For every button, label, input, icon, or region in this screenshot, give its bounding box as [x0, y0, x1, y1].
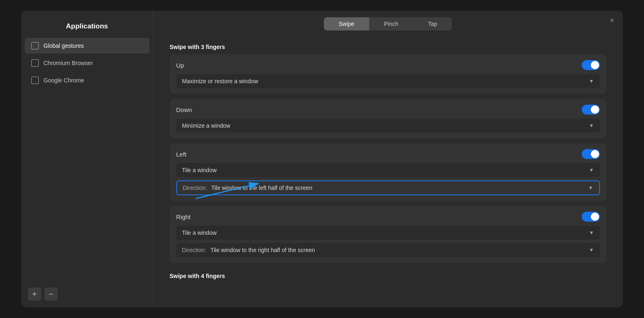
- chevron-down-icon: ▼: [589, 78, 594, 84]
- chevron-down-icon: ▼: [589, 167, 594, 173]
- dropdown-left-value: Tile a window: [182, 167, 217, 173]
- sidebar-item-google-chrome[interactable]: Google Chrome: [25, 72, 150, 88]
- toggle-down[interactable]: [582, 105, 600, 115]
- gesture-card-right: Right Tile a window ▼ Direction: Tile wi…: [170, 206, 607, 263]
- add-application-button[interactable]: +: [28, 288, 41, 301]
- tab-tap[interactable]: Tap: [413, 17, 452, 30]
- gesture-card-left: Left Tile a window ▼ Direction: Tile win…: [170, 143, 607, 201]
- sidebar-item-label: Chromium Browser: [44, 60, 93, 66]
- sidebar-header: Applications: [21, 11, 153, 37]
- direction-row-right[interactable]: Direction: Tile window to the right half…: [176, 243, 600, 257]
- sidebar-item-global-gestures[interactable]: Global gestures: [25, 38, 150, 54]
- gesture-row-right: Right: [176, 212, 600, 222]
- gesture-label-down: Down: [176, 106, 192, 113]
- dropdown-down-action[interactable]: Minimize a window ▼: [176, 119, 600, 133]
- direction-row-left[interactable]: Direction: Tile window to the left half …: [176, 180, 600, 195]
- direction-label-right: Direction:: [182, 247, 206, 253]
- tab-pinch[interactable]: Pinch: [369, 17, 413, 30]
- direction-value-right: Tile window to the right half of the scr…: [211, 247, 315, 253]
- chevron-down-icon: ▼: [589, 123, 594, 129]
- gesture-row-down: Down: [176, 105, 600, 115]
- gesture-label-left: Left: [176, 151, 187, 158]
- sidebar-item-label: Global gestures: [44, 42, 84, 49]
- remove-application-button[interactable]: −: [44, 288, 58, 301]
- chevron-down-icon: ▼: [588, 185, 593, 191]
- close-button[interactable]: ×: [607, 16, 617, 26]
- sidebar-item-chromium-browser[interactable]: Chromium Browser: [25, 55, 150, 71]
- dropdown-right-action[interactable]: Tile a window ▼: [176, 226, 600, 240]
- chevron-down-icon: ▼: [589, 247, 594, 253]
- swipe3-section-title: Swipe with 3 fingers: [170, 39, 607, 54]
- tab-swipe[interactable]: Swipe: [324, 17, 369, 30]
- dropdown-up-action[interactable]: Maximize or restore a window ▼: [176, 74, 600, 88]
- gesture-label-up: Up: [176, 62, 184, 69]
- tabs-bar: Swipe Pinch Tap: [153, 11, 623, 35]
- direction-select-right[interactable]: Tile window to the right half of the scr…: [211, 247, 594, 253]
- main-window: Applications Global gestures Chromium Br…: [21, 11, 623, 307]
- main-content: × Swipe Pinch Tap Swipe with 3 fingers: [153, 11, 623, 307]
- gesture-row-left: Left: [176, 149, 600, 159]
- gesture-row-up: Up: [176, 60, 600, 70]
- content-area[interactable]: Swipe with 3 fingers Up Maximize or rest…: [153, 35, 623, 307]
- chromium-browser-icon: [31, 59, 39, 67]
- dropdown-right-value: Tile a window: [182, 229, 217, 236]
- sidebar: Applications Global gestures Chromium Br…: [21, 11, 153, 307]
- sidebar-footer: + −: [21, 281, 153, 307]
- toggle-left[interactable]: [582, 149, 600, 159]
- dropdown-left-action[interactable]: Tile a window ▼: [176, 163, 600, 177]
- swipe4-section-title: Swipe with 4 fingers: [170, 268, 607, 283]
- google-chrome-icon: [31, 77, 39, 84]
- direction-value-left: Tile window to the left half of the scre…: [211, 185, 312, 191]
- direction-select-left[interactable]: Tile window to the left half of the scre…: [211, 185, 593, 191]
- sidebar-item-label: Google Chrome: [44, 77, 84, 84]
- gesture-card-up: Up Maximize or restore a window ▼: [170, 54, 607, 94]
- toggle-right[interactable]: [582, 212, 600, 222]
- direction-label-left: Direction:: [183, 185, 207, 191]
- dropdown-down-value: Minimize a window: [182, 122, 230, 129]
- global-gestures-icon: [31, 42, 39, 49]
- dropdown-up-value: Maximize or restore a window: [182, 78, 258, 84]
- chevron-down-icon: ▼: [589, 230, 594, 236]
- gesture-label-right: Right: [176, 213, 191, 220]
- gesture-card-down: Down Minimize a window ▼: [170, 99, 607, 138]
- toggle-up[interactable]: [582, 60, 600, 70]
